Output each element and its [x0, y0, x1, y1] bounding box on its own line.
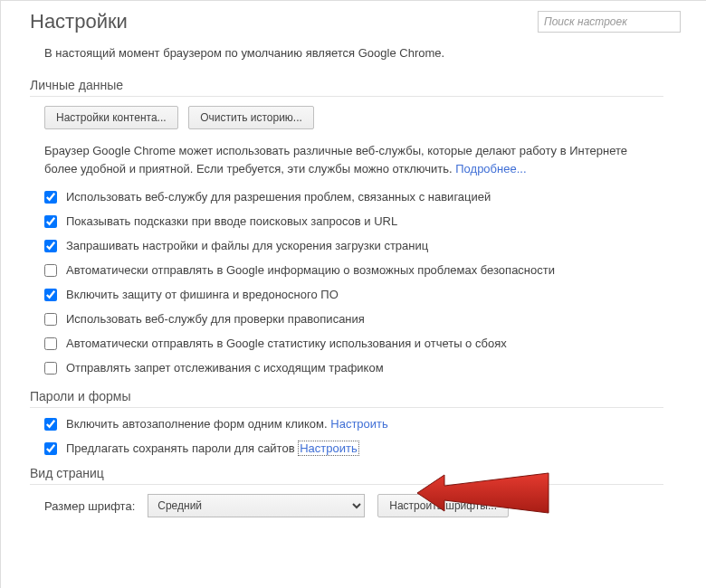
privacy-description: Браузер Google Chrome может использовать…	[44, 142, 642, 177]
privacy-option-checkbox[interactable]	[44, 337, 57, 350]
privacy-option-checkbox[interactable]	[44, 289, 57, 301]
section-heading-appearance: Вид страниц	[30, 466, 681, 480]
autofill-label: Включить автозаполнение форм одним клико…	[66, 417, 328, 431]
privacy-option-label: Включить защиту от фишинга и вредоносног…	[66, 288, 339, 301]
section-heading-privacy: Личные данные	[30, 78, 681, 92]
learn-more-link[interactable]: Подробнее...	[455, 162, 526, 175]
customize-fonts-button[interactable]: Настроить шрифты...	[377, 494, 509, 517]
default-browser-line: В настоящий момент браузером по умолчани…	[44, 46, 681, 60]
page-title: Настройки	[30, 10, 128, 33]
font-size-select[interactable]: Средний	[148, 494, 365, 517]
content-settings-button[interactable]: Настройки контента...	[44, 106, 178, 129]
privacy-option-label: Автоматически отправлять в Google статис…	[66, 337, 507, 350]
save-passwords-checkbox[interactable]	[44, 442, 57, 455]
privacy-option-checkbox[interactable]	[44, 362, 57, 375]
divider	[30, 484, 663, 485]
privacy-option-label: Запрашивать настройки и файлы для ускоре…	[66, 239, 428, 252]
privacy-option-label: Использовать веб-службу для проверки пра…	[66, 312, 365, 326]
search-input[interactable]	[538, 11, 681, 33]
privacy-option-label: Отправлять запрет отслеживания с исходящ…	[66, 361, 384, 375]
section-heading-passwords: Пароли и формы	[30, 389, 681, 403]
save-passwords-configure-link[interactable]: Настроить	[298, 441, 359, 456]
font-size-label: Размер шрифта:	[44, 499, 135, 513]
save-passwords-label: Предлагать сохранять пароли для сайтов	[66, 441, 295, 455]
privacy-option-checkbox[interactable]	[44, 313, 57, 326]
privacy-option-checkbox[interactable]	[44, 191, 57, 204]
autofill-configure-link[interactable]: Настроить	[330, 417, 388, 431]
divider	[30, 96, 663, 97]
autofill-checkbox[interactable]	[44, 418, 57, 431]
privacy-option-checkbox[interactable]	[44, 215, 57, 228]
privacy-option-checkbox[interactable]	[44, 240, 57, 252]
privacy-option-checkbox[interactable]	[44, 264, 57, 277]
divider	[30, 407, 663, 408]
privacy-option-label: Показывать подсказки при вводе поисковых…	[66, 214, 397, 228]
privacy-option-label: Использовать веб-службу для разрешения п…	[66, 190, 491, 204]
privacy-option-label: Автоматически отправлять в Google информ…	[66, 263, 555, 277]
clear-history-button[interactable]: Очистить историю...	[188, 106, 314, 129]
